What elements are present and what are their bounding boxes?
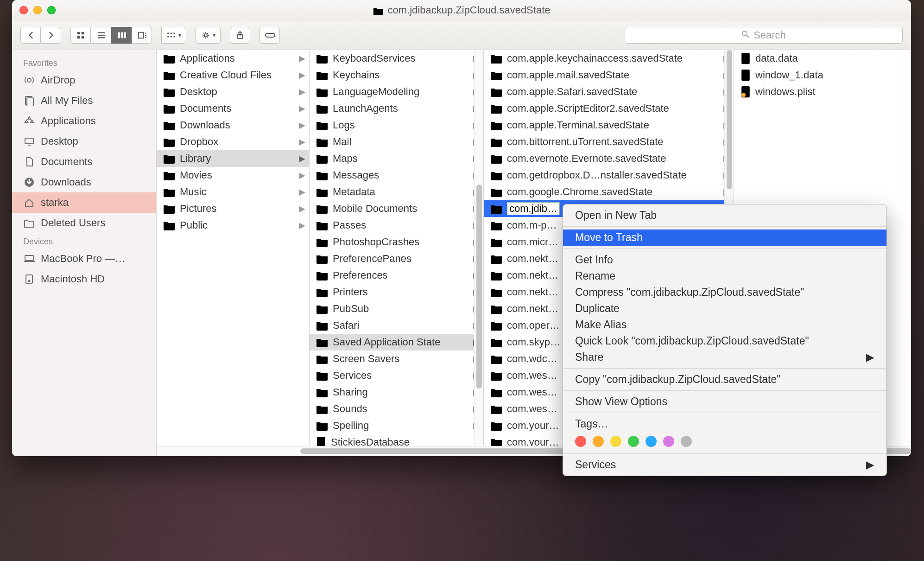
list-item[interactable]: Passes▶ — [310, 217, 483, 234]
list-item[interactable]: com.apple.Safari.savedState▶ — [484, 83, 734, 100]
menu-item[interactable]: Rename — [563, 268, 886, 284]
list-item[interactable]: Maps▶ — [310, 150, 483, 167]
item-label: Spelling — [333, 420, 369, 432]
list-item[interactable]: Services▶ — [310, 367, 483, 384]
menu-item[interactable]: Copy "com.jdibackup.ZipCloud.savedState" — [563, 371, 886, 388]
list-item[interactable]: com.google.Chrome.savedState▶ — [484, 184, 734, 200]
list-item[interactable]: PhotoshopCrashes▶ — [310, 234, 483, 250]
menu-item[interactable]: Make Alias — [563, 317, 886, 333]
menu-item[interactable]: Services▶ — [563, 457, 886, 473]
menu-item[interactable]: Share▶ — [563, 349, 886, 365]
tag-dot-purple[interactable] — [663, 436, 674, 447]
list-item[interactable]: Dropbox▶ — [157, 134, 309, 150]
close-window-button[interactable] — [19, 6, 28, 14]
list-item[interactable]: LaunchAgents▶ — [310, 100, 483, 117]
view-gallery-button[interactable] — [132, 27, 152, 44]
list-item[interactable]: com.getdropbox.D…nstaller.savedState▶ — [484, 167, 734, 184]
column-1[interactable]: Applications▶Creative Cloud Files▶Deskto… — [157, 50, 310, 456]
list-item[interactable]: Keychains▶ — [310, 67, 483, 83]
list-item[interactable]: Spelling▶ — [310, 417, 483, 434]
sidebar-item-airdrop[interactable]: AirDrop — [12, 70, 156, 90]
list-item[interactable]: window_1.data — [734, 67, 911, 83]
view-columns-button[interactable] — [111, 27, 132, 44]
list-item[interactable]: Safari▶ — [310, 317, 483, 334]
folder-icon — [316, 237, 328, 247]
menu-item[interactable]: Get Info — [563, 252, 886, 268]
sidebar-item-starka[interactable]: starka — [12, 192, 156, 213]
list-item[interactable]: Library▶ — [157, 150, 309, 167]
list-item[interactable]: com.apple.ScriptEditor2.savedState▶ — [484, 100, 734, 117]
list-item[interactable]: KeyboardServices▶ — [310, 50, 483, 67]
search-field[interactable]: Search — [625, 27, 903, 44]
rename-field[interactable]: com.jdib… — [507, 202, 560, 215]
list-item[interactable]: PreferencePanes▶ — [310, 250, 483, 267]
list-item[interactable]: Sounds▶ — [310, 401, 483, 417]
list-item[interactable]: Applications▶ — [157, 50, 309, 67]
list-item[interactable]: Logs▶ — [310, 117, 483, 134]
item-label: Creative Cloud Files — [180, 69, 272, 81]
sidebar-item-downloads[interactable]: Downloads — [12, 172, 156, 192]
list-item[interactable]: com.bittorrent.uTorrent.savedState▶ — [484, 134, 734, 150]
tag-dot-yellow[interactable] — [610, 436, 621, 447]
list-item[interactable]: com.apple.keychainaccess.savedState▶ — [484, 50, 734, 67]
menu-item[interactable]: Tags… — [563, 416, 886, 432]
sidebar-item-macintosh-hd[interactable]: Macintosh HD — [12, 269, 156, 289]
list-item[interactable]: Metadata▶ — [310, 184, 483, 200]
list-item[interactable]: com.evernote.Evernote.savedState▶ — [484, 150, 734, 167]
tag-dot-red[interactable] — [575, 436, 586, 447]
menu-item[interactable]: Duplicate — [563, 300, 886, 317]
tag-dot-orange[interactable] — [593, 436, 604, 447]
list-item[interactable]: com.apple.Terminal.savedState▶ — [484, 117, 734, 134]
tag-dot-blue[interactable] — [646, 436, 657, 447]
list-item[interactable]: Documents▶ — [157, 100, 309, 117]
view-list-button[interactable] — [91, 27, 111, 44]
sidebar-item-applications[interactable]: Applications — [12, 111, 156, 131]
menu-item[interactable]: Open in New Tab — [563, 207, 886, 223]
list-item[interactable]: Printers▶ — [310, 284, 483, 300]
list-item[interactable]: PubSub▶ — [310, 300, 483, 317]
list-item[interactable]: com.apple.mail.savedState▶ — [484, 67, 734, 83]
list-item[interactable]: Screen Savers▶ — [310, 351, 483, 367]
back-button[interactable] — [20, 27, 41, 44]
arrange-button[interactable]: ▾ — [161, 27, 186, 44]
sidebar-item-desktop[interactable]: Desktop — [12, 131, 156, 152]
list-item[interactable]: LanguageModeling▶ — [310, 83, 483, 100]
list-item[interactable]: data.data — [734, 50, 911, 67]
forward-button[interactable] — [41, 27, 61, 44]
tags-button[interactable] — [259, 27, 280, 44]
list-item[interactable]: Mail▶ — [310, 134, 483, 150]
list-item[interactable]: Saved Application State▶ — [310, 334, 483, 351]
menu-separator — [563, 226, 886, 227]
menu-item[interactable]: Move to Trash — [563, 230, 886, 246]
view-icons-button[interactable] — [70, 27, 91, 44]
sidebar-item-macbook-pro[interactable]: MacBook Pro —… — [12, 249, 156, 269]
list-item[interactable]: Downloads▶ — [157, 117, 309, 134]
menu-item[interactable]: Compress "com.jdibackup.ZipCloud.savedSt… — [563, 284, 886, 300]
action-menu-button[interactable]: ▾ — [196, 27, 221, 44]
disclosure-arrow-icon: ▶ — [299, 204, 305, 214]
list-item[interactable]: Preferences▶ — [310, 267, 483, 284]
sidebar-item-documents[interactable]: Documents — [12, 152, 156, 172]
sidebar-item-deleted-users[interactable]: Deleted Users — [12, 213, 156, 233]
list-item[interactable]: Music▶ — [157, 184, 309, 200]
list-item[interactable]: Creative Cloud Files▶ — [157, 67, 309, 83]
vertical-scrollbar[interactable] — [474, 50, 483, 456]
menu-item[interactable]: Show View Options — [563, 394, 886, 410]
tag-dot-green[interactable] — [628, 436, 639, 447]
list-item[interactable]: Desktop▶ — [157, 83, 309, 100]
tag-dot-gray[interactable] — [681, 436, 692, 447]
item-label: com.wes… — [507, 403, 557, 415]
list-item[interactable]: Public▶ — [157, 217, 309, 234]
sidebar-item-all-my-files[interactable]: All My Files — [12, 90, 156, 111]
share-button[interactable] — [230, 27, 250, 44]
list-item[interactable]: Movies▶ — [157, 167, 309, 184]
minimize-window-button[interactable] — [33, 6, 42, 14]
list-item[interactable]: Pictures▶ — [157, 200, 309, 217]
column-2[interactable]: KeyboardServices▶Keychains▶LanguageModel… — [310, 50, 484, 456]
list-item[interactable]: Mobile Documents▶ — [310, 200, 483, 217]
list-item[interactable]: windows.plist — [734, 83, 911, 100]
list-item[interactable]: Messages▶ — [310, 167, 483, 184]
zoom-window-button[interactable] — [47, 6, 56, 14]
menu-item[interactable]: Quick Look "com.jdibackup.ZipCloud.saved… — [563, 333, 886, 349]
list-item[interactable]: Sharing▶ — [310, 384, 483, 401]
